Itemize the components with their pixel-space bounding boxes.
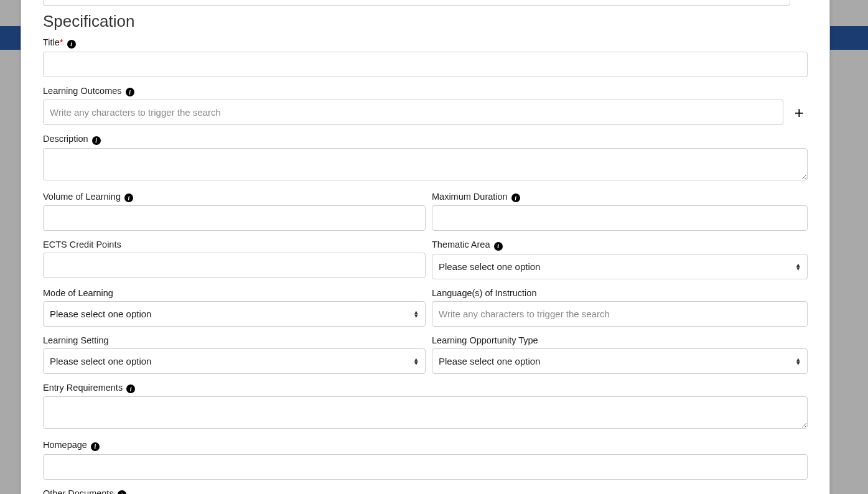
homepage-label: Homepage i (43, 440, 808, 451)
homepage-text: Homepage (43, 440, 87, 450)
learning-setting-select[interactable] (43, 348, 426, 374)
entry-requirements-textarea[interactable] (43, 396, 808, 429)
info-icon[interactable]: i (67, 40, 76, 49)
maximum-duration-input[interactable] (432, 205, 808, 231)
info-icon[interactable]: i (92, 136, 101, 145)
homepage-input[interactable] (43, 454, 808, 480)
learning-outcomes-text: Learning Outcomes (43, 86, 122, 96)
info-icon[interactable]: i (91, 442, 100, 451)
learning-outcomes-input[interactable] (43, 100, 783, 125)
title-input[interactable] (43, 52, 808, 77)
languages-input[interactable] (432, 301, 808, 327)
mode-of-learning-label: Mode of Learning (43, 288, 426, 298)
previous-field-bottom[interactable] (43, 1, 790, 6)
info-icon[interactable]: i (494, 242, 503, 251)
description-label: Description i (43, 134, 808, 145)
opportunity-type-label: Learning Opportunity Type (432, 335, 808, 345)
languages-label: Language(s) of Instruction (432, 288, 808, 298)
other-documents-label: Other Documents i (43, 488, 808, 495)
info-icon[interactable]: i (124, 193, 133, 202)
thematic-text: Thematic Area (432, 240, 490, 249)
title-label-text: Title (43, 37, 60, 47)
volume-text: Volume of Learning (43, 192, 121, 202)
info-icon[interactable]: i (126, 88, 134, 96)
thematic-area-label: Thematic Area i (432, 240, 808, 251)
volume-of-learning-label: Volume of Learning i (43, 192, 426, 203)
section-title: Specification (43, 12, 808, 31)
thematic-area-select[interactable] (432, 254, 808, 279)
opportunity-type-select[interactable] (432, 348, 808, 374)
maximum-duration-label: Maximum Duration i (432, 192, 808, 203)
max-duration-text: Maximum Duration (432, 192, 508, 202)
required-asterisk: * (60, 37, 63, 47)
specification-panel: Specification Title* i Learning Outcomes… (21, 0, 830, 494)
volume-of-learning-input[interactable] (43, 205, 426, 231)
ects-input[interactable] (43, 253, 426, 278)
entry-requirements-label: Entry Requirements i (43, 383, 808, 394)
learning-setting-label: Learning Setting (43, 335, 426, 345)
info-icon[interactable]: i (118, 490, 126, 494)
entry-req-text: Entry Requirements (43, 383, 123, 393)
plus-icon[interactable]: + (790, 100, 808, 121)
description-textarea[interactable] (43, 148, 808, 180)
ects-label: ECTS Credit Points (43, 240, 426, 249)
mode-of-learning-select[interactable] (43, 301, 426, 327)
info-icon[interactable]: i (126, 384, 135, 393)
info-icon[interactable]: i (511, 193, 520, 202)
title-label: Title* i (43, 37, 808, 49)
description-text: Description (43, 134, 88, 144)
other-docs-text: Other Documents (43, 488, 114, 495)
learning-outcomes-label: Learning Outcomes i (43, 86, 808, 97)
